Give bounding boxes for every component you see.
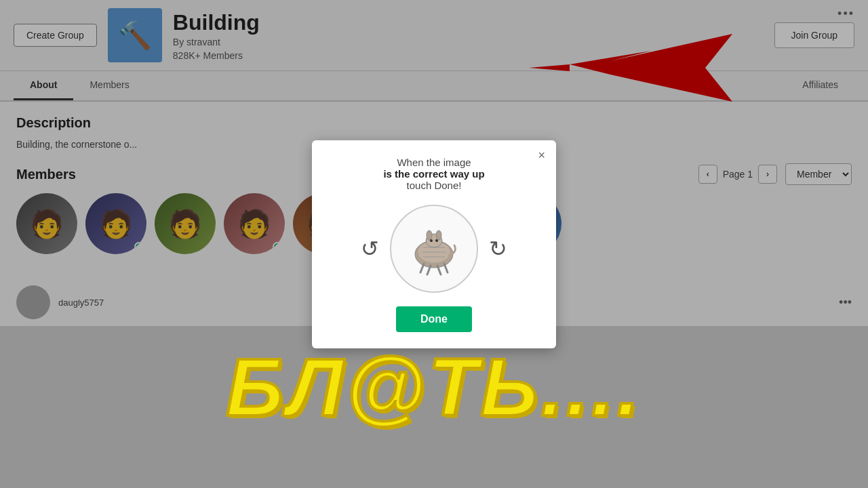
svg-point-9 xyxy=(427,230,432,240)
captcha-creature xyxy=(400,215,468,283)
modal-instruction: When the image is the correct way up tou… xyxy=(328,157,540,191)
captcha-modal: × When the image is the correct way up t… xyxy=(312,140,556,348)
svg-point-11 xyxy=(430,239,433,242)
modal-overlay: × When the image is the correct way up t… xyxy=(0,0,868,488)
modal-close-button[interactable]: × xyxy=(538,148,545,163)
done-button[interactable]: Done xyxy=(396,306,472,332)
page-background: Create Group 🔨 Building By stravant 828K… xyxy=(0,0,868,488)
rotate-left-button[interactable]: ↺ xyxy=(361,236,379,262)
svg-point-12 xyxy=(435,239,438,242)
svg-point-10 xyxy=(436,230,441,240)
rotate-right-button[interactable]: ↻ xyxy=(489,236,507,262)
captcha-area: ↺ xyxy=(328,205,540,293)
captcha-image xyxy=(390,205,478,293)
